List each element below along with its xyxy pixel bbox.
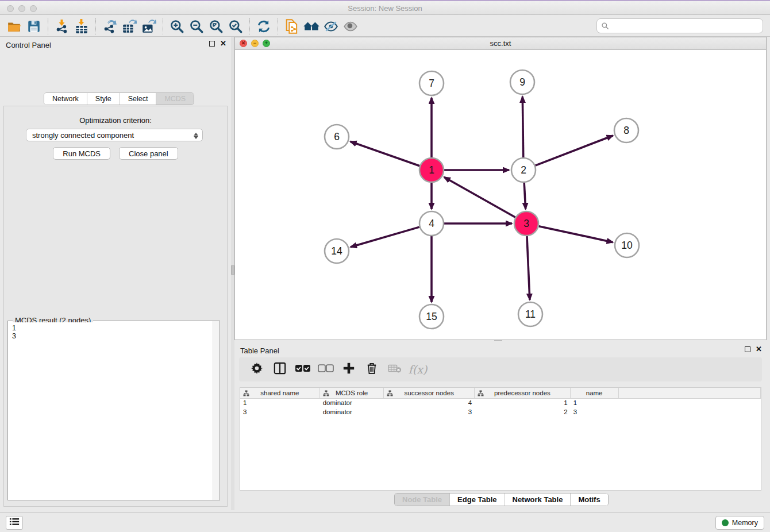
table-tab-edge-table[interactable]: Edge Table — [450, 494, 505, 506]
table-body: 1dominator4113dominator323 — [240, 399, 761, 417]
zoom-selected-icon — [228, 19, 243, 34]
network-overview-button[interactable] — [282, 18, 302, 35]
tab-style[interactable]: Style — [87, 93, 120, 105]
deselect-all-button[interactable] — [318, 362, 333, 377]
graph-edge-4-14[interactable] — [351, 227, 419, 247]
table-row[interactable]: 3dominator323 — [240, 408, 761, 417]
open-session-button[interactable] — [5, 18, 24, 35]
table-cell[interactable]: 3 — [240, 408, 320, 417]
network-window-titlebar[interactable]: ✕ − + scc.txt — [235, 37, 766, 50]
column-header-successor-nodes[interactable]: successor nodes — [384, 388, 475, 398]
table-cell[interactable]: dominator — [320, 399, 384, 408]
refresh-icon — [256, 19, 271, 34]
result-scrollbar[interactable] — [213, 321, 220, 500]
criterion-dropdown-value: strongly connected component — [32, 131, 134, 140]
graph-node-7[interactable]: 7 — [419, 71, 444, 95]
tab-network[interactable]: Network — [44, 93, 87, 105]
zoom-selected-button[interactable] — [226, 18, 245, 35]
table-cell[interactable]: 1 — [475, 399, 571, 408]
network-canvas[interactable]: 7968124314101511 — [235, 50, 766, 340]
table-cell[interactable]: 1 — [240, 399, 320, 408]
network-graph[interactable]: 7968124314101511 — [235, 50, 766, 340]
toolbar-separator — [163, 18, 163, 34]
column-header-MCDS-role[interactable]: MCDS role — [320, 388, 384, 398]
zoom-in-button[interactable] — [167, 18, 187, 35]
graph-edge-1-6[interactable] — [351, 141, 420, 165]
column-split-button[interactable] — [272, 362, 287, 377]
run-mcds-button[interactable]: Run MCDS — [53, 147, 110, 160]
close-table-panel-icon[interactable]: ✕ — [756, 346, 762, 353]
float-table-panel-icon[interactable] — [745, 346, 750, 352]
graph-node-10[interactable]: 10 — [615, 233, 639, 257]
table-cell[interactable] — [619, 399, 761, 408]
save-session-button[interactable] — [24, 18, 44, 35]
import-table-button[interactable] — [72, 18, 91, 35]
task-history-button[interactable] — [6, 516, 23, 530]
graph-node-11[interactable]: 11 — [518, 302, 542, 326]
graph-node-2[interactable]: 2 — [511, 158, 536, 182]
float-panel-icon[interactable] — [209, 41, 215, 47]
column-header-shared-name[interactable]: shared name — [240, 388, 320, 398]
table-cell[interactable]: dominator — [320, 408, 384, 417]
graph-node-6[interactable]: 6 — [325, 125, 349, 149]
select-all-button[interactable] — [295, 362, 310, 377]
export-table-icon — [122, 19, 137, 34]
mcds-tab-content: Optimization criterion: strongly connect… — [3, 106, 228, 507]
column-header-name[interactable]: name — [571, 388, 619, 398]
delete-table-button[interactable] — [387, 362, 402, 377]
graph-node-4[interactable]: 4 — [419, 211, 444, 236]
table-cell[interactable]: 3 — [384, 408, 475, 417]
graph-node-3[interactable]: 3 — [514, 211, 538, 236]
table-cell[interactable]: 1 — [571, 399, 619, 408]
memory-button[interactable]: Memory — [715, 516, 764, 530]
add-column-button[interactable] — [341, 362, 356, 377]
table-cell[interactable]: 3 — [571, 408, 619, 417]
tab-mcds[interactable]: MCDS — [156, 93, 194, 105]
home-views-button[interactable] — [302, 18, 321, 35]
table-row[interactable]: 1dominator411 — [240, 399, 761, 408]
close-panel-icon[interactable]: ✕ — [220, 40, 226, 47]
criterion-dropdown[interactable]: strongly connected component — [26, 129, 203, 141]
close-panel-button[interactable]: Close panel — [119, 147, 178, 160]
graph-node-1[interactable]: 1 — [419, 158, 444, 182]
table-settings-button[interactable] — [249, 362, 264, 377]
show-details-button[interactable] — [341, 18, 360, 35]
table-tab-network-table[interactable]: Network Table — [505, 494, 571, 506]
function-builder-button[interactable]: f(x) — [410, 362, 425, 377]
search-input[interactable] — [596, 18, 763, 33]
network-title: scc.txt — [235, 39, 766, 48]
column-header-predecessor-nodes[interactable]: predecessor nodes — [475, 388, 571, 398]
table-tab-node-table[interactable]: Node Table — [395, 494, 450, 506]
export-image-button[interactable] — [139, 18, 159, 35]
import-network-button[interactable] — [52, 18, 72, 35]
graph-edge-3-1[interactable] — [444, 177, 515, 217]
graph-edge-3-10[interactable] — [538, 226, 613, 242]
control-panel-tabs: NetworkStyleSelectMCDS — [44, 92, 194, 105]
table-tab-motifs[interactable]: Motifs — [571, 494, 607, 506]
export-table-button[interactable] — [120, 18, 139, 35]
graph-edge-3-11[interactable] — [527, 236, 530, 300]
graph-edge-2-3[interactable] — [524, 183, 525, 209]
graph-node-15[interactable]: 15 — [419, 304, 444, 329]
zoom-fit-button[interactable] — [206, 18, 226, 35]
graph-edge-2-8[interactable] — [536, 136, 613, 165]
graph-node-8[interactable]: 8 — [614, 118, 638, 142]
graph-edge-2-9[interactable] — [522, 97, 523, 157]
mcds-result-text[interactable]: 1 3 — [9, 322, 212, 499]
delete-column-button[interactable] — [364, 362, 379, 377]
refresh-layout-button[interactable] — [254, 18, 274, 35]
homes-icon — [303, 19, 320, 34]
svg-text:9: 9 — [519, 76, 525, 88]
search-icon — [601, 22, 609, 30]
table-cell[interactable] — [619, 408, 761, 417]
export-network-button[interactable] — [100, 18, 120, 35]
tab-select[interactable]: Select — [120, 93, 157, 105]
table-cell[interactable]: 4 — [384, 399, 475, 408]
hide-details-button[interactable] — [321, 18, 341, 35]
column-split-icon — [274, 362, 286, 377]
network-view-window: ✕ − + scc.txt 7968124314101511 — [234, 37, 767, 340]
graph-node-14[interactable]: 14 — [325, 239, 349, 263]
zoom-out-button[interactable] — [187, 18, 206, 35]
graph-node-9[interactable]: 9 — [510, 70, 534, 94]
table-cell[interactable]: 2 — [475, 408, 571, 417]
